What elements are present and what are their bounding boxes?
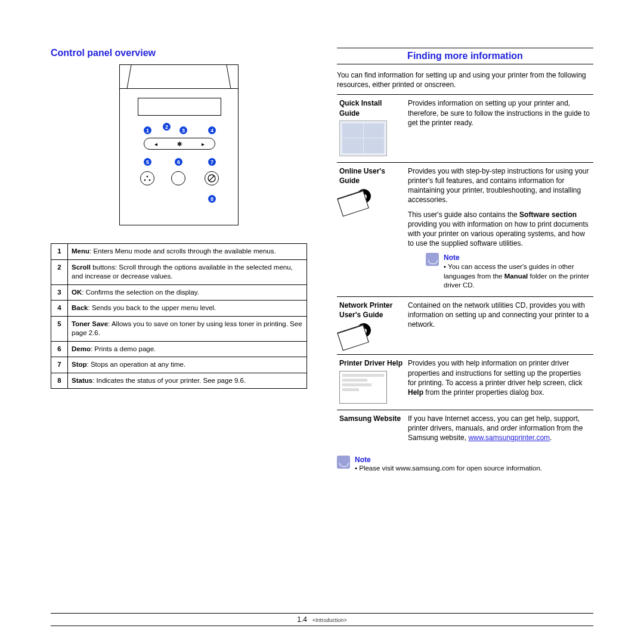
- svg-point-1: [147, 176, 148, 178]
- toner-save-button-icon: [140, 171, 154, 185]
- control-panel-illustration: 1 2 3 4 ◂✽▸ 5 6 7 8: [113, 64, 244, 231]
- note-title: Note: [355, 456, 542, 464]
- demo-button-icon: [171, 171, 185, 185]
- resource-row: Network Printer User's Guide Contained o…: [337, 296, 593, 354]
- page-number: 1.4: [297, 615, 307, 624]
- resource-row: Printer Driver Help Provides you with he…: [337, 355, 593, 410]
- stop-button-icon: [205, 171, 219, 185]
- callout-4: 4: [208, 126, 216, 134]
- resource-row: Online User's Guide Provides you with st…: [337, 162, 593, 296]
- table-row: 5Toner Save: Allows you to save on toner…: [51, 316, 307, 341]
- table-row: 8Status: Indicates the status of your pr…: [51, 373, 307, 389]
- table-row: 4Back: Sends you back to the upper menu …: [51, 301, 307, 317]
- resource-row: Quick Install Guide Provides information…: [337, 95, 593, 162]
- resources-table: Quick Install Guide Provides information…: [337, 94, 593, 448]
- heading-finding-info: Finding more information: [337, 48, 593, 64]
- chapter-label: <Introduction>: [312, 617, 347, 623]
- heading-control-panel: Control panel overview: [51, 48, 307, 58]
- callout-1: 1: [144, 126, 151, 134]
- note-icon: [426, 253, 439, 266]
- table-row: 7Stop: Stops an operation at any time.: [51, 357, 307, 373]
- page-footer: 1.4 <Introduction>: [51, 613, 593, 626]
- svg-line-4: [209, 176, 214, 181]
- note-icon: [337, 456, 350, 469]
- help-thumb-icon: [339, 371, 387, 404]
- callout-5: 5: [144, 158, 151, 166]
- table-row: 3OK: Confirms the selection on the displ…: [51, 284, 307, 301]
- note-title: Note: [444, 253, 591, 262]
- callout-2: 2: [163, 123, 171, 131]
- callout-3: 3: [179, 126, 187, 134]
- samsung-website-link[interactable]: www.samsungprinter.com: [468, 434, 550, 442]
- callout-8: 8: [208, 195, 216, 203]
- table-row: 1Menu: Enters Menu mode and scrolls thro…: [51, 244, 307, 260]
- cd-icon: [339, 189, 372, 214]
- intro-text: You can find information for setting up …: [337, 70, 593, 89]
- button-pill: ◂✽▸: [144, 138, 215, 150]
- quick-install-thumb-icon: [339, 120, 387, 156]
- callout-7: 7: [208, 158, 216, 166]
- resource-row: Samsung Website If you have Internet acc…: [337, 410, 593, 448]
- note-box: Note • Please visit www.samsung.com for …: [337, 456, 593, 473]
- control-panel-table: 1Menu: Enters Menu mode and scrolls thro…: [51, 243, 307, 389]
- svg-point-0: [144, 179, 146, 181]
- callout-6: 6: [175, 158, 182, 166]
- svg-point-2: [149, 179, 151, 181]
- table-row: 2Scroll buttons: Scroll through the opti…: [51, 259, 307, 284]
- cd-icon: [339, 323, 372, 348]
- lcd-screen: [138, 98, 221, 116]
- note-box: Note • You can access the user's guides …: [408, 253, 591, 290]
- table-row: 6Demo: Prints a demo page.: [51, 341, 307, 357]
